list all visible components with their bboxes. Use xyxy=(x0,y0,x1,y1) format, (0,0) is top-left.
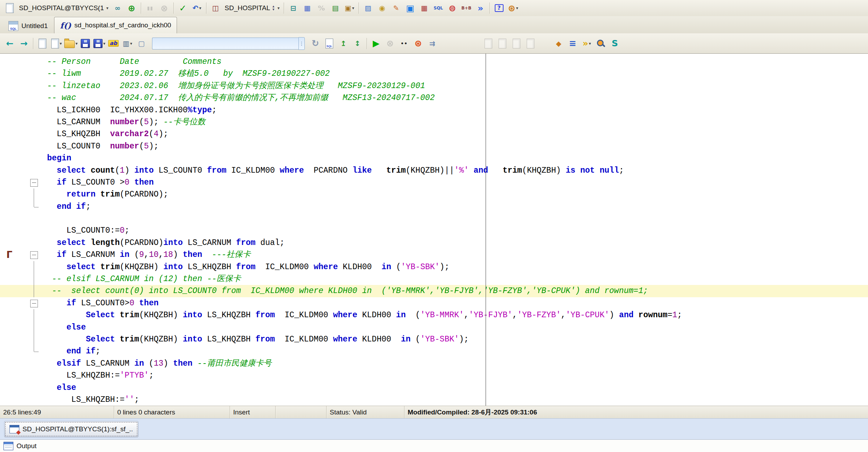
find-database-object-icon[interactable] xyxy=(594,37,608,50)
back-icon[interactable]: ← xyxy=(3,37,17,50)
test-window-icon[interactable]: ↥ xyxy=(336,37,350,50)
open-icon[interactable]: ▾ xyxy=(64,37,78,50)
code-line[interactable]: end if; xyxy=(0,201,868,213)
window-selector[interactable]: SD_HOSPITAL▲▼▾ xyxy=(223,4,282,12)
code-line[interactable]: if LS_COUNT0>0 then xyxy=(0,297,868,309)
fold-toggle[interactable] xyxy=(30,300,38,307)
tab-untitled1[interactable]: SQL Untitled1 xyxy=(3,19,53,33)
code-line[interactable]: else xyxy=(0,321,868,333)
rollback-icon[interactable]: ↶▾ xyxy=(190,2,204,14)
fold-toggle[interactable] xyxy=(30,251,38,259)
code-line[interactable]: LS_KHQZBH:=''; xyxy=(0,394,868,406)
code-line[interactable]: LS_KHQZBH:='PTYB'; xyxy=(0,370,868,381)
code-line[interactable]: if LS_COUNT0 >0 then xyxy=(0,177,868,188)
code-line[interactable]: select count(1) into LS_COUNT0 from IC_K… xyxy=(0,165,868,177)
special-paste-icon[interactable]: S xyxy=(608,37,622,50)
code-line[interactable]: Γ if LS_CARNUM in (9,10,18) then ---社保卡 xyxy=(0,249,868,261)
step-over-icon[interactable]: ⇉ xyxy=(425,37,439,50)
print-icon xyxy=(481,37,495,50)
search-input[interactable] xyxy=(152,38,298,49)
code-line[interactable]: -- elsif LS_CARNUM in (12) then --医保卡 xyxy=(0,273,868,285)
data-grid-glyph: ▦ xyxy=(304,5,311,12)
new-document-icon[interactable] xyxy=(35,37,50,50)
macros-icon[interactable]: »▾ xyxy=(580,37,594,50)
code-line[interactable]: -- select count(0) into LS_COUNT0 from I… xyxy=(0,285,868,297)
code-line[interactable]: LS_ICKH00 IC_YHXX00.ICKH00%type; xyxy=(0,104,868,116)
search-options-handle[interactable]: ⋮ xyxy=(298,37,305,50)
breakpoints-icon[interactable]: •• xyxy=(397,37,411,50)
output-panel-header[interactable]: Output xyxy=(0,439,868,452)
edit-data-glyph: ✎ xyxy=(393,5,399,12)
monitor-icon[interactable]: ▣ xyxy=(403,2,417,14)
code-line[interactable]: end if; xyxy=(0,345,868,357)
help-icon[interactable]: ? xyxy=(492,2,506,14)
dropdown-arrow-icon[interactable]: ▾ xyxy=(516,6,518,11)
save-as-icon[interactable]: ▾ xyxy=(92,37,106,50)
code-line[interactable]: LS_CARNUM number(5); --卡号位数 xyxy=(0,116,868,128)
database-icon[interactable]: ⊜ xyxy=(445,2,459,14)
columns-icon[interactable]: ▥▾ xyxy=(120,37,134,50)
tab-sf-sf-cardno-ickh00[interactable]: f() sd_hospital.sf_sf_cardno_ickh00 xyxy=(54,17,177,33)
money-icon[interactable]: ◉ xyxy=(375,2,389,14)
save-icon[interactable] xyxy=(78,37,92,50)
sql-monitor-icon[interactable]: SQL xyxy=(431,2,445,14)
forward-icon[interactable]: → xyxy=(17,37,31,50)
compile-icon[interactable]: ⊛ xyxy=(411,37,425,50)
dropdown-arrow-icon[interactable]: ▾ xyxy=(106,6,108,11)
sql-window-icon[interactable] xyxy=(322,37,336,50)
code-line[interactable]: select length(PCARDNO)into LS_CARNUM fro… xyxy=(0,237,868,249)
code-line[interactable]: LS_COUNT0 number(5); xyxy=(0,140,868,152)
commit-icon[interactable]: ✓ xyxy=(176,2,190,14)
code-line[interactable]: LS_COUNT0:=0; xyxy=(0,225,868,237)
debugger-icon[interactable]: ◆ xyxy=(552,37,566,50)
dropdown-arrow-icon[interactable]: ▾ xyxy=(103,41,105,46)
compare-objects-icon[interactable]: B+B xyxy=(459,2,473,14)
code-editor[interactable]: -- Person Date Comments-- liwm 2019.02.2… xyxy=(0,53,868,406)
multi-session-icon[interactable]: » xyxy=(473,2,487,14)
window-tab[interactable]: SD_HOSPITAL@TBYYCS(1):sf_sf_.. xyxy=(4,421,138,437)
dropdown-arrow-icon[interactable]: ▾ xyxy=(75,41,78,46)
code-line[interactable]: Select trim(KHQZBH) into LS_KHQZBH from … xyxy=(0,333,868,345)
code-line[interactable]: elsif LS_CARNUM in (13) then --莆田市民健康卡号 xyxy=(0,358,868,370)
browser-icon[interactable]: ⊕ xyxy=(125,2,139,14)
dropdown-arrow-icon[interactable]: ▾ xyxy=(277,6,280,11)
edit-data-icon[interactable]: ✎ xyxy=(389,2,403,14)
refresh-icon[interactable]: ↻ xyxy=(308,37,322,50)
dropdown-arrow-icon[interactable]: ▾ xyxy=(130,41,132,46)
code-line[interactable] xyxy=(0,213,868,225)
grid-12-icon[interactable]: ▦ xyxy=(417,2,431,14)
new-program-window-icon[interactable]: ▾ xyxy=(50,37,64,50)
code-line[interactable]: LS_KHQZBH varchar2(4); xyxy=(0,128,868,140)
syntax-highlight-icon[interactable]: ab xyxy=(106,37,120,50)
code-line[interactable]: return trim(PCARDNO); xyxy=(0,188,868,200)
dropdown-arrow-icon[interactable]: ▾ xyxy=(352,6,354,11)
table-icon[interactable]: ▤ xyxy=(328,2,342,14)
dropdown-arrow-icon[interactable]: ▾ xyxy=(60,41,62,46)
fold-toggle[interactable] xyxy=(30,179,38,187)
log-icon[interactable]: ∞ xyxy=(111,2,125,14)
dropdown-arrow-icon[interactable]: ▾ xyxy=(199,6,201,11)
window-layout-icon[interactable]: ▢ xyxy=(134,37,149,50)
session-windows-icon[interactable]: ◫ xyxy=(209,2,223,14)
to-do-list-icon[interactable]: ≡ xyxy=(566,37,580,50)
picture-icon[interactable]: ▨ xyxy=(361,2,375,14)
code-line[interactable]: else xyxy=(0,382,868,394)
code-line[interactable]: select trim(KHQZBH) into LS_KHQZBH from … xyxy=(0,261,868,273)
new-connection-icon[interactable] xyxy=(3,2,17,14)
dropdown-arrow-icon[interactable]: ▾ xyxy=(589,41,591,46)
explain-plan-icon[interactable]: ↕ xyxy=(350,37,364,50)
execute-icon[interactable]: ▶ xyxy=(369,37,383,50)
data-grid-icon[interactable]: ▦ xyxy=(300,2,314,14)
breakpoints-glyph: •• xyxy=(401,41,408,46)
code-line[interactable]: Select trim(KHQZBH) into LS_KHQZBH from … xyxy=(0,309,868,321)
export-tables-icon[interactable]: ▣▾ xyxy=(342,2,356,14)
code-line[interactable]: -- wac 2024.07.17 传入的卡号有前缀的情况下,不再增加前缀 MZ… xyxy=(0,92,868,104)
code-line[interactable]: -- Person Date Comments xyxy=(0,56,868,68)
code-line[interactable]: begin xyxy=(0,152,868,164)
spinner[interactable]: ▲▼ xyxy=(272,5,275,11)
object-browser-icon[interactable]: ⊟ xyxy=(286,2,300,14)
code-line[interactable]: -- liwm 2019.02.27 移植5.0 by MZSF9-201902… xyxy=(0,68,868,80)
code-line[interactable]: -- linzetao 2023.02.06 增加身份证号做为卡号按照医保卡类处… xyxy=(0,80,868,92)
preferences-icon[interactable]: ⊛▾ xyxy=(506,2,520,14)
connection-selector[interactable]: SD_HOSPITAL@TBYYCS(1▾ xyxy=(17,4,111,12)
